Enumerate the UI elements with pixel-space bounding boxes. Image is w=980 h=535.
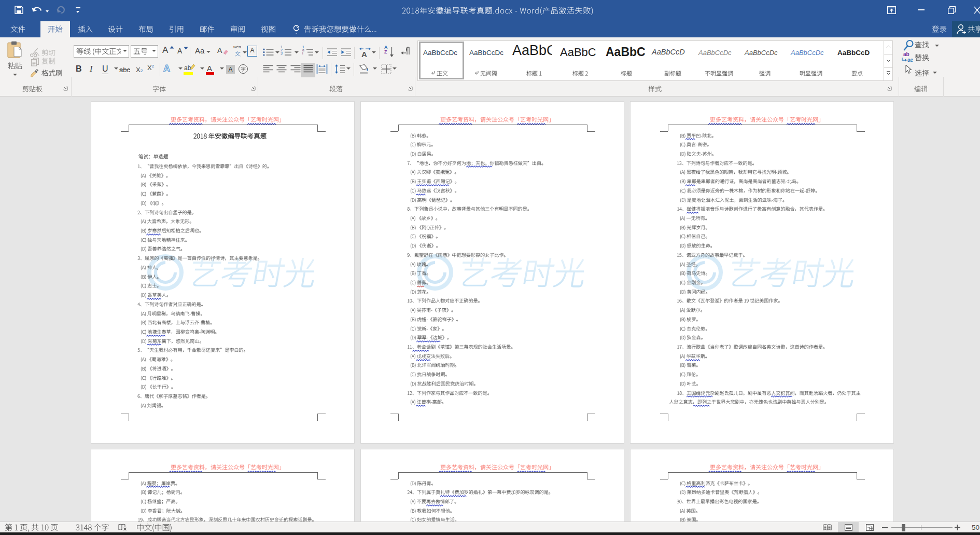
svg-text:A: A [361,50,367,58]
